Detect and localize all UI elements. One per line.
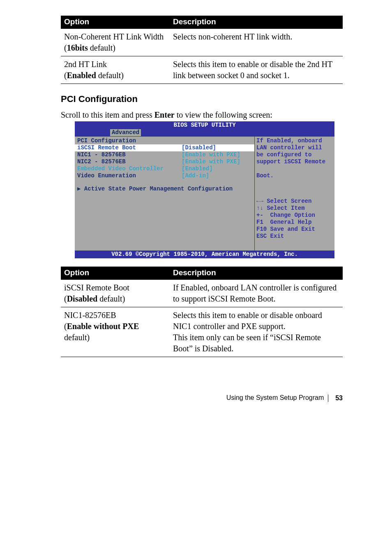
bios-tab-advanced: Advanced [110, 129, 141, 136]
bios-key-hint: ↑↓ Select Item [256, 205, 333, 212]
bios-value: [Enabled] [182, 165, 254, 172]
bios-key-hint: F1 General Help [256, 219, 333, 226]
bios-key-hint: ←→ Select Screen [256, 198, 333, 205]
desc-cell: Selects non-coherent HT link width. [170, 29, 343, 56]
table-row: iSCSI Remote Boot (Disabled default) If … [61, 280, 343, 307]
bios-key-hint: ESC Exit [256, 233, 333, 240]
bottom-options-table: Option Description iSCSI Remote Boot (Di… [61, 267, 343, 357]
section-heading: PCI Configuration [61, 94, 343, 104]
col-option: Option [61, 267, 170, 280]
desc-cell: Selects this item to enable or disable t… [170, 56, 343, 84]
desc-cell: If Enabled, onboard LAN controller is co… [170, 280, 343, 307]
opt-cell: 2nd HT Link (Enabled default) [61, 56, 170, 84]
bios-left-pane: PCI Configuration iSCSI Remote Boot[Disa… [75, 136, 255, 251]
desc-cell: Selects this item to enable or disable o… [170, 307, 343, 357]
top-options-table: Option Description Non-Coherent HT Link … [61, 16, 343, 84]
page-number: 53 [335, 395, 343, 402]
bios-value: [Enable with PXE] [182, 158, 254, 165]
opt-cell: iSCSI Remote Boot (Disabled default) [61, 280, 170, 307]
col-description: Description [170, 16, 343, 29]
footer-divider [328, 395, 328, 402]
bios-key-hint: F10 Save and Exit [256, 226, 333, 233]
col-option: Option [61, 16, 170, 29]
page-footer: Using the System Setup Program 53 [61, 394, 343, 402]
col-description: Description [170, 267, 343, 280]
bios-key-hint: +- Change Option [256, 212, 333, 219]
table-row: 2nd HT Link (Enabled default) Selects th… [61, 56, 343, 84]
bios-item: NIC2 - 82576EB [75, 158, 182, 165]
bios-status-bar: V02.69 ©Copyright 1985-2010, American Me… [75, 251, 334, 258]
bios-item: Embedded Video Controller [75, 165, 182, 172]
bios-item: NIC1 - 82576EB [75, 151, 182, 158]
table-row: Non-Coherent HT Link Width (16bits defau… [61, 29, 343, 56]
opt-cell: Non-Coherent HT Link Width (16bits defau… [61, 29, 170, 56]
bios-value: [Enable with PXE] [182, 151, 254, 158]
table-row: NIC1-82576EB (Enable without PXE default… [61, 307, 343, 357]
bios-value: [Add-in] [182, 172, 254, 179]
bios-help-pane: If Enabled, onboard LAN controller will … [255, 136, 334, 251]
bios-submenu: ▶ Active State Power Management Configur… [75, 186, 233, 193]
bios-tabbar: Advanced [75, 129, 334, 136]
footer-text: Using the System Setup Program [226, 394, 324, 401]
bios-item: iSCSI Remote Boot [75, 144, 182, 151]
bios-screenshot: BIOS SETUP UTILITY Advanced PCI Configur… [75, 121, 334, 258]
opt-cell: NIC1-82576EB (Enable without PXE default… [61, 307, 170, 357]
section-intro: Scroll to this item and press Enter to v… [61, 110, 343, 120]
bios-title: BIOS SETUP UTILITY [75, 121, 334, 129]
bios-value: [Disabled] [182, 144, 254, 151]
bios-section-label: PCI Configuration [75, 137, 182, 144]
bios-item: Video Enumeration [75, 172, 182, 179]
